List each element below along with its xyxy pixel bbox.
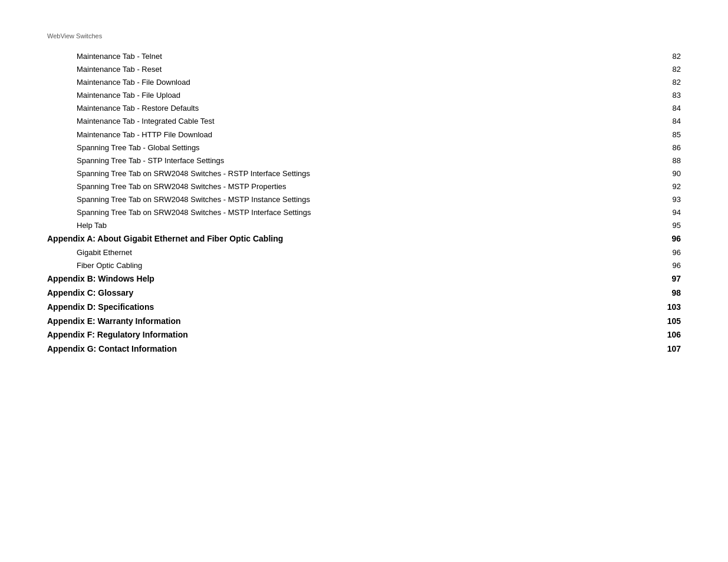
toc-label: Maintenance Tab - HTTP File Download <box>77 128 657 141</box>
toc-page: 82 <box>657 63 681 76</box>
toc-page: 90 <box>657 167 681 180</box>
toc-label: Maintenance Tab - Reset <box>77 63 657 76</box>
toc-label: Fiber Optic Cabling <box>77 259 657 272</box>
toc-label: Appendix A: About Gigabit Ethernet and F… <box>47 232 657 246</box>
toc-page: 106 <box>657 328 681 342</box>
toc-page: 95 <box>657 219 681 232</box>
toc-entry: Appendix C: Glossary98 <box>47 286 681 300</box>
toc-entry: Spanning Tree Tab - STP Interface Settin… <box>47 154 681 167</box>
toc-label: Spanning Tree Tab on SRW2048 Switches - … <box>77 167 657 180</box>
toc-page: 97 <box>657 272 681 286</box>
toc-entry: Spanning Tree Tab - Global Settings86 <box>47 141 681 154</box>
header-title: WebView Switches <box>47 32 102 39</box>
toc-container: Maintenance Tab - Telnet82Maintenance Ta… <box>47 50 681 356</box>
toc-page: 84 <box>657 115 681 128</box>
toc-page: 84 <box>657 102 681 115</box>
toc-label: Appendix E: Warranty Information <box>47 315 657 329</box>
toc-label: Appendix D: Specifications <box>47 300 657 315</box>
toc-entry: Appendix G: Contact Information107 <box>47 342 681 356</box>
toc-label: Appendix G: Contact Information <box>47 342 657 356</box>
toc-entry: Maintenance Tab - File Upload83 <box>47 89 681 102</box>
toc-entry: Appendix E: Warranty Information105 <box>47 315 681 329</box>
toc-entry: Spanning Tree Tab on SRW2048 Switches - … <box>47 206 681 219</box>
toc-label: Spanning Tree Tab on SRW2048 Switches - … <box>77 180 657 193</box>
toc-entry: Maintenance Tab - Telnet82 <box>47 50 681 63</box>
toc-page: 82 <box>657 50 681 63</box>
toc-label: Help Tab <box>77 219 657 232</box>
toc-label: Maintenance Tab - File Download <box>77 76 657 89</box>
toc-page: 88 <box>657 154 681 167</box>
toc-entry: Maintenance Tab - Reset82 <box>47 63 681 76</box>
toc-page: 96 <box>657 246 681 259</box>
toc-page: 96 <box>657 232 681 246</box>
toc-entry: Spanning Tree Tab on SRW2048 Switches - … <box>47 167 681 180</box>
toc-label: Maintenance Tab - Telnet <box>77 50 657 63</box>
toc-entry: Maintenance Tab - File Download82 <box>47 76 681 89</box>
toc-page: 94 <box>657 206 681 219</box>
toc-label: Gigabit Ethernet <box>77 246 657 259</box>
toc-page: 93 <box>657 193 681 206</box>
toc-entry: Appendix F: Regulatory Information106 <box>47 328 681 342</box>
toc-label: Spanning Tree Tab on SRW2048 Switches - … <box>77 193 657 206</box>
toc-label: Appendix B: Windows Help <box>47 272 657 286</box>
toc-page: 96 <box>657 259 681 272</box>
toc-entry: Help Tab95 <box>47 219 681 232</box>
toc-page: 92 <box>657 180 681 193</box>
toc-entry: Maintenance Tab - HTTP File Download85 <box>47 128 681 141</box>
toc-page: 107 <box>657 342 681 356</box>
toc-page: 82 <box>657 76 681 89</box>
toc-label: Spanning Tree Tab on SRW2048 Switches - … <box>77 206 657 219</box>
toc-page: 83 <box>657 89 681 102</box>
page-header: WebView Switches <box>47 32 102 39</box>
toc-entry: Appendix A: About Gigabit Ethernet and F… <box>47 232 681 246</box>
toc-page: 103 <box>657 300 681 315</box>
toc-entry: Appendix B: Windows Help97 <box>47 272 681 286</box>
toc-page: 86 <box>657 141 681 154</box>
toc-entry: Maintenance Tab - Integrated Cable Test8… <box>47 115 681 128</box>
toc-page: 85 <box>657 128 681 141</box>
toc-entry: Gigabit Ethernet96 <box>47 246 681 259</box>
toc-entry: Fiber Optic Cabling96 <box>47 259 681 272</box>
toc-label: Maintenance Tab - Restore Defaults <box>77 102 657 115</box>
toc-entry: Spanning Tree Tab on SRW2048 Switches - … <box>47 193 681 206</box>
toc-page: 105 <box>657 315 681 329</box>
toc-page: 98 <box>657 286 681 300</box>
toc-label: Spanning Tree Tab - Global Settings <box>77 141 657 154</box>
toc-entry: Spanning Tree Tab on SRW2048 Switches - … <box>47 180 681 193</box>
toc-label: Appendix F: Regulatory Information <box>47 328 657 342</box>
toc-label: Spanning Tree Tab - STP Interface Settin… <box>77 154 657 167</box>
toc-label: Maintenance Tab - Integrated Cable Test <box>77 115 657 128</box>
toc-entry: Appendix D: Specifications103 <box>47 300 681 315</box>
toc-label: Appendix C: Glossary <box>47 286 657 300</box>
toc-label: Maintenance Tab - File Upload <box>77 89 657 102</box>
toc-entry: Maintenance Tab - Restore Defaults84 <box>47 102 681 115</box>
